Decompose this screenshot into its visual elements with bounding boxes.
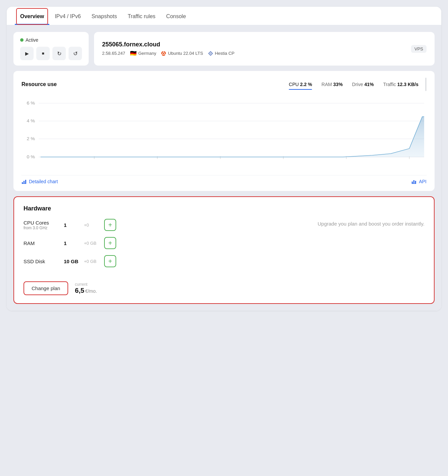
status-dot	[20, 38, 24, 42]
price-label: current	[75, 282, 97, 287]
tab-snapshots[interactable]: Snapshots	[86, 7, 123, 25]
hestia-icon	[208, 51, 213, 56]
country-flag: 🇩🇪	[130, 50, 137, 56]
restart-button[interactable]: ↻	[52, 47, 66, 60]
spec-row-ram: RAM 1 +0 GB +	[24, 237, 304, 249]
hardware-footer: Change plan current 6,5 €/mo.	[24, 281, 424, 295]
detailed-chart-link[interactable]: Detailed chart	[21, 179, 58, 184]
res-tab-drive-value: 41%	[364, 82, 374, 87]
vps-badge: VPS	[411, 45, 427, 53]
ubuntu-icon	[161, 51, 166, 56]
server-ip: 2.58.65.247	[102, 51, 125, 56]
spec-value-ssd: 10 GB	[64, 259, 84, 264]
spec-sub-cpu: from 3.0 GHz	[24, 226, 64, 230]
current-price: current 6,5 €/mo.	[75, 282, 97, 294]
svg-text:4 %: 4 %	[27, 119, 35, 123]
server-os: Ubuntu 22.04 LTS	[161, 51, 203, 56]
api-link[interactable]: API	[411, 179, 427, 184]
server-details: 255065.fornex.cloud 2.58.65.247 🇩🇪 Germa…	[102, 41, 234, 56]
scroll-indicator	[425, 78, 427, 91]
country-name: Germany	[138, 51, 156, 56]
svg-point-2	[163, 51, 164, 52]
price-amount: 6,5	[75, 287, 84, 294]
ssd-plus-button[interactable]: +	[104, 255, 116, 267]
stop-button[interactable]: ■	[36, 47, 50, 60]
server-hostname: 255065.fornex.cloud	[102, 41, 234, 48]
reset-button[interactable]: ↺	[69, 47, 82, 60]
tab-traffic-rules[interactable]: Traffic rules	[122, 7, 161, 25]
server-country: 🇩🇪 Germany	[130, 50, 156, 56]
panel-name: Hestia CP	[215, 51, 235, 56]
spec-value-ram: 1	[64, 240, 84, 246]
svg-rect-22	[25, 180, 26, 184]
hardware-title: Hardware	[24, 205, 424, 212]
resource-title: Resource use	[21, 81, 57, 87]
detailed-chart-label: Detailed chart	[29, 179, 58, 184]
tab-overview[interactable]: Overview	[15, 7, 49, 25]
server-panel: Hestia CP	[208, 51, 235, 56]
tab-ipv4-ipv6[interactable]: IPv4 / IPv6	[49, 7, 86, 25]
control-buttons: ▶ ■ ↻ ↺	[20, 47, 82, 60]
res-tab-ram[interactable]: RAM 33%	[317, 80, 347, 89]
spec-value-cpu: 1	[64, 222, 84, 228]
os-name: Ubuntu 22.04 LTS	[168, 51, 203, 56]
res-tab-drive-label: Drive	[352, 82, 364, 87]
resource-tabs: CPU 2.2 % RAM 33% Drive 41% Traffic 12.3…	[285, 80, 422, 89]
server-meta: 2.58.65.247 🇩🇪 Germany	[102, 50, 234, 56]
start-button[interactable]: ▶	[20, 47, 34, 60]
spec-addon-cpu: +0	[84, 223, 104, 228]
res-tab-traffic-value: 12.3 KB/s	[397, 82, 418, 87]
ram-plus-button[interactable]: +	[104, 237, 116, 249]
spec-row-ssd: SSD Disk 10 GB +0 GB +	[24, 255, 304, 267]
cpu-plus-button[interactable]: +	[104, 219, 116, 231]
res-tab-cpu-label: CPU	[289, 82, 300, 87]
chart-footer: Detailed chart API	[21, 175, 427, 184]
tab-overview-wrapper: Overview	[15, 7, 49, 25]
svg-text:2 %: 2 %	[27, 136, 35, 141]
status-label: Active	[26, 37, 38, 43]
res-tab-drive[interactable]: Drive 41%	[348, 80, 378, 89]
overview-content: Active ▶ ■ ↻ ↺ 255065.fornex.cloud 2.58.…	[7, 25, 441, 311]
tabs-bar: Overview IPv4 / IPv6 Snapshots Traffic r…	[7, 7, 441, 25]
res-tab-traffic-label: Traffic	[383, 82, 397, 87]
spec-addon-ssd: +0 GB	[84, 259, 104, 264]
svg-marker-19	[41, 117, 424, 157]
svg-text:6 %: 6 %	[27, 101, 35, 106]
svg-point-4	[161, 54, 162, 55]
res-tab-ram-value: 33%	[333, 82, 343, 87]
server-row: Active ▶ ■ ↻ ↺ 255065.fornex.cloud 2.58.…	[13, 32, 435, 66]
svg-text:0 %: 0 %	[27, 155, 35, 159]
spec-name-ram: RAM	[24, 240, 64, 246]
status-card: Active ▶ ■ ↻ ↺	[13, 32, 89, 66]
res-tab-traffic[interactable]: Traffic 12.3 KB/s	[379, 80, 422, 89]
upgrade-text: Upgrade you plan and boost you order ins…	[318, 220, 424, 228]
api-icon	[411, 179, 417, 184]
spec-addon-ram: +0 GB	[84, 241, 104, 246]
server-status: Active	[20, 37, 82, 43]
tab-console[interactable]: Console	[161, 7, 191, 25]
res-tab-ram-label: RAM	[321, 82, 333, 87]
res-tab-cpu[interactable]: CPU 2.2 %	[285, 80, 316, 89]
cpu-chart-svg: 6 % 4 % 2 % 0 %	[20, 96, 428, 170]
detailed-chart-icon	[21, 179, 27, 184]
price-suffix: €/mo.	[85, 288, 97, 294]
res-tab-cpu-value: 2.2 %	[300, 82, 312, 87]
svg-rect-25	[413, 180, 414, 184]
price-value: 6,5 €/mo.	[75, 287, 97, 294]
api-label: API	[419, 179, 427, 184]
resource-header: Resource use CPU 2.2 % RAM 33% Drive 41%	[21, 78, 427, 91]
resource-card: Resource use CPU 2.2 % RAM 33% Drive 41%	[13, 71, 435, 191]
change-plan-button[interactable]: Change plan	[24, 281, 68, 295]
hardware-upgrade: Upgrade you plan and boost you order ins…	[318, 219, 424, 273]
hardware-specs: CPU Cores from 3.0 GHz 1 +0 + RAM	[24, 219, 304, 273]
spec-row-cpu: CPU Cores from 3.0 GHz 1 +0 +	[24, 219, 304, 231]
hardware-body: CPU Cores from 3.0 GHz 1 +0 + RAM	[24, 219, 424, 273]
svg-point-3	[165, 54, 166, 55]
cpu-chart: 6 % 4 % 2 % 0 %	[20, 96, 428, 170]
spec-name-cpu: CPU Cores from 3.0 GHz	[24, 220, 64, 230]
hardware-card: Hardware CPU Cores from 3.0 GHz 1 +0 +	[13, 196, 435, 304]
spec-name-ssd: SSD Disk	[24, 259, 64, 264]
server-info-card: 255065.fornex.cloud 2.58.65.247 🇩🇪 Germa…	[94, 32, 435, 66]
